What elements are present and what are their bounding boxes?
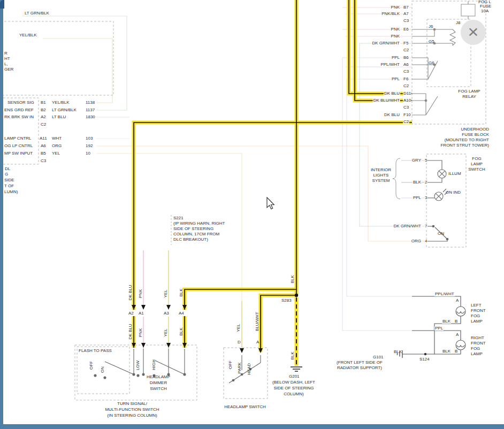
window-frame-left bbox=[0, 0, 3, 429]
interior-lights-brace bbox=[393, 158, 400, 199]
wire-arrowheads bbox=[132, 305, 263, 353]
switch-internals bbox=[94, 349, 261, 383]
diagram-canvas bbox=[0, 0, 504, 429]
mouse-cursor bbox=[267, 197, 274, 209]
window-frame-bottom bbox=[0, 424, 504, 429]
faint-wires bbox=[22, 16, 426, 331]
component-boxes bbox=[0, 1, 486, 400]
close-button[interactable]: × bbox=[461, 20, 486, 45]
close-icon: × bbox=[468, 22, 479, 41]
fog-lamp-wiring bbox=[398, 296, 466, 358]
window-frame-corner bbox=[0, 0, 4, 9]
fuse-block-internals bbox=[412, 1, 475, 115]
wiring-diagram-viewer: LT GRN/BLKYEL/BLKRHTL,GERSENSOR SIGB1YEL… bbox=[0, 0, 504, 429]
splices-grounds-arrows bbox=[132, 294, 302, 371]
highlighted-circuit-yellow bbox=[134, 0, 412, 366]
fog-lamp-switch-internals bbox=[426, 160, 448, 241]
highlighted-circuit-core bbox=[134, 0, 412, 366]
splice-dot-s283 bbox=[295, 294, 298, 297]
connector-stub-wires bbox=[143, 250, 242, 349]
ground-symbol-g201 bbox=[291, 367, 302, 371]
